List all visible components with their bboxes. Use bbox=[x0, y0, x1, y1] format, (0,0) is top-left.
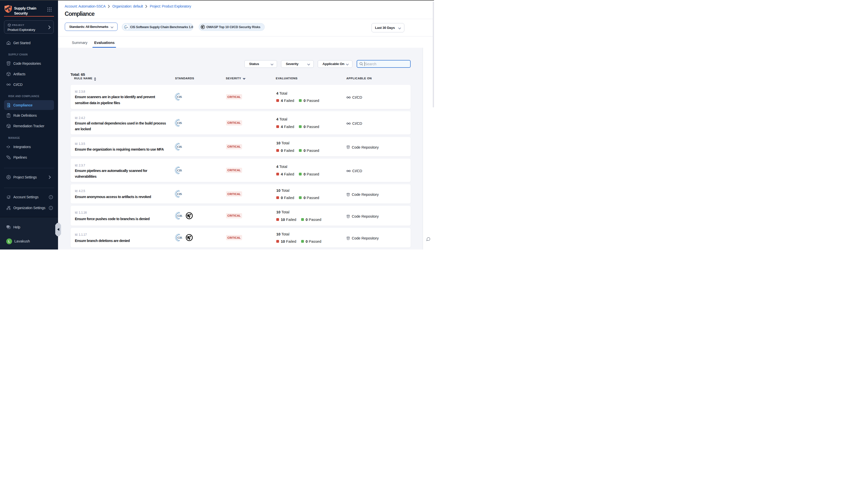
svg-text:CIS: CIS bbox=[177, 121, 182, 124]
svg-text:CIS: CIS bbox=[177, 95, 182, 98]
svg-text:?: ? bbox=[8, 226, 9, 228]
svg-text:CIS: CIS bbox=[178, 214, 182, 217]
svg-text:CIS: CIS bbox=[177, 145, 182, 148]
svg-text:CIS: CIS bbox=[178, 236, 182, 239]
svg-text:CIS: CIS bbox=[125, 26, 128, 28]
svg-text:CIS: CIS bbox=[177, 169, 182, 172]
svg-text:CIS: CIS bbox=[177, 193, 182, 196]
